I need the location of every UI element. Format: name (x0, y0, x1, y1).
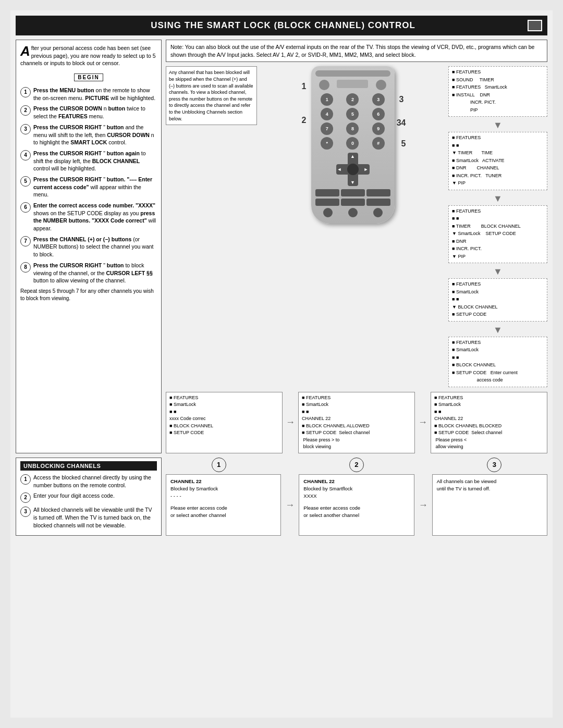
unblock-step-3-text: All blocked channels will be viewable un… (33, 506, 157, 529)
bottom-panel-2: ■ FEATURES ■ SmartLock ■ ■ CHANNEL 22 ■ … (298, 392, 415, 453)
intro-body: fter your personal access code has been … (20, 45, 156, 66)
sp2-l5: ■ DNR CHANNEL (452, 165, 544, 172)
note-text: Note: You can also block out the use of … (170, 44, 534, 58)
btn-ch-dn[interactable] (315, 199, 339, 206)
bp2-l3: ■ ■ (302, 409, 411, 416)
step-4-text: Press the CURSOR RIGHT " button again to… (33, 150, 157, 172)
middle-text-box: Any channel that has been blocked will b… (166, 66, 257, 125)
step-3: 3 Press the CURSOR RIGHT " button and th… (20, 124, 157, 146)
cs1-l1: CHANNEL 22 (170, 478, 276, 485)
bp2-l5: ■ BLOCK CHANNEL ALLOWED (302, 423, 411, 430)
cs-num-3: 3 (487, 458, 501, 472)
cs1-l2: Blocked by Smartlock (170, 485, 276, 492)
cs-arrow-2: → (419, 500, 428, 511)
remote-display (337, 80, 368, 88)
remote-numpad: 1 2 3 4 5 6 7 8 9 * 0 # (315, 93, 390, 150)
cs-row: CHANNEL 22 Blocked by Smartlock - - - - … (166, 474, 547, 536)
step-5-text: Press the CURSOR RIGHT " button. "---- E… (33, 176, 157, 199)
btn-9[interactable]: 9 (372, 122, 385, 135)
sp3-l5: ■ DNR (452, 238, 544, 245)
sp2-l1: ■ FEATURES (452, 134, 544, 142)
nav-center[interactable] (347, 164, 359, 175)
sp1-l3: ■ FEATURES SmartLock (452, 84, 544, 91)
callout-3: 3 (399, 95, 404, 104)
step-3-text: Press the CURSOR RIGHT " button and the … (33, 124, 157, 146)
btn-3[interactable]: 3 (372, 93, 385, 106)
remote-container: 1 2 3 34 5 (311, 66, 395, 224)
bp1-l5: ■ BLOCK CHANNEL (169, 423, 279, 430)
sp1-l6: PIP (452, 107, 544, 114)
btn-menu[interactable] (373, 208, 383, 217)
unblock-step-2-text: Enter your four digit access code. (33, 492, 157, 500)
header-box (528, 20, 542, 31)
btn-vol-up[interactable] (341, 189, 365, 196)
callout-1: 1 (302, 82, 307, 91)
cs-panel-2: CHANNEL 22 Blocked by Smartflock XXXX Pl… (299, 474, 414, 536)
btn-vol-dn[interactable] (341, 199, 365, 206)
step-5-num: 5 (20, 176, 31, 187)
btn-0[interactable]: 0 (346, 137, 359, 150)
sp5-l6: access code (452, 377, 544, 384)
remote-bottom-row (315, 189, 390, 196)
bp3-l2: ■ SmartLock (434, 401, 544, 409)
btn-6[interactable]: 6 (372, 108, 385, 120)
btn-star[interactable]: * (321, 137, 333, 150)
remote-section: Any channel that has been blocked will b… (166, 66, 547, 389)
unblocking-panel: Unblocking Channels 1 Access the blocked… (16, 458, 162, 536)
remote-top-bar (315, 70, 390, 77)
btn-hash[interactable]: # (372, 137, 385, 150)
nav-left-arrow[interactable]: ◄ (337, 167, 342, 172)
unblock-step-2-num: 2 (20, 492, 31, 503)
btn-ch-up[interactable] (315, 189, 339, 196)
unblock-step-1: 1 Access the blocked channel directly by… (20, 474, 157, 489)
btn-play[interactable] (348, 208, 358, 217)
sp3-l7: ▼ PIP (452, 253, 544, 261)
unblock-step-3-num: 3 (20, 507, 31, 517)
btn-2[interactable]: 2 (346, 93, 359, 106)
screen-panel-4: ■ FEATURES ■ SmartLock ■ ■ ▼ BLOCK CHANN… (448, 278, 547, 322)
remote-speaker-right (376, 80, 386, 90)
btn-5[interactable]: 5 (346, 108, 359, 120)
screen-panel-5: ■ FEATURES ■ SmartLock ■ ■ ■ BLOCK CHANN… (448, 337, 547, 387)
step-1-num: 1 (20, 87, 31, 97)
step-2-text: Press the CURSOR DOWN n button twice to … (33, 105, 157, 120)
cs2-l4: Please enter access code (303, 504, 409, 512)
btn-1[interactable]: 1 (321, 93, 333, 106)
header-title: Using the Smart Lock (Block Channel) Con… (39, 20, 528, 31)
callout-4: 34 (397, 118, 406, 128)
arrow-down-2: ▼ (448, 194, 547, 203)
middle-text-wrap: Any channel that has been blocked will b… (166, 66, 257, 125)
remote-nav: ▲ ▼ ◄ ► (336, 153, 370, 186)
btn-4[interactable]: 4 (321, 108, 333, 120)
btn-7[interactable]: 7 (321, 122, 333, 135)
step-7-text: Press the CHANNEL (+) or (−) buttons (or… (33, 236, 157, 258)
sp5-l1: ■ FEATURES (452, 339, 544, 347)
bp3-l7: Please press < (434, 437, 544, 444)
sp3-l2: ■ ■ (452, 215, 544, 223)
channel-screens: 1 2 3 CHANNEL 22 Blocked by Smartlock - … (166, 458, 547, 536)
step-3-num: 3 (20, 124, 31, 134)
intro-text: A fter your personal access code has bee… (20, 44, 157, 67)
sp2-l4: ■ SmartLock ACTIVATE (452, 157, 544, 165)
btn-8[interactable]: 8 (346, 122, 359, 135)
callout-2: 2 (302, 116, 307, 125)
cs2-spacer (303, 500, 409, 504)
step-6-text: Enter the correct access code number. "X… (33, 202, 157, 232)
btn-mute[interactable] (366, 189, 390, 196)
nav-up-arrow[interactable]: ▲ (350, 154, 355, 159)
sp2-l7: ▼ PIP (452, 180, 544, 187)
step-1-text: Press the MENU button on the remote to s… (33, 87, 157, 102)
bp1-l6: ■ SETUP CODE (169, 429, 279, 437)
central-remote-wrap: 1 2 3 34 5 (260, 66, 445, 224)
page: Using the Smart Lock (Block Channel) Con… (10, 10, 553, 718)
remote-speaker-row (315, 80, 390, 90)
btn-input[interactable] (366, 199, 390, 206)
btn-record[interactable] (323, 208, 333, 217)
nav-right-arrow[interactable]: ► (364, 167, 369, 172)
bottom-panel-3: ■ FEATURES ■ SmartLock ■ ■ CHANNEL 22 ■ … (431, 392, 547, 453)
unblock-step-2: 2 Enter your four digit access code. (20, 492, 157, 503)
unblock-step-1-num: 1 (20, 474, 31, 485)
nav-down-arrow[interactable]: ▼ (350, 180, 355, 185)
screen-panel-2: ■ FEATURES ■ ■ ▼ TIMER TIME ■ SmartLock … (448, 132, 547, 190)
cs-num-1: 1 (212, 458, 226, 472)
